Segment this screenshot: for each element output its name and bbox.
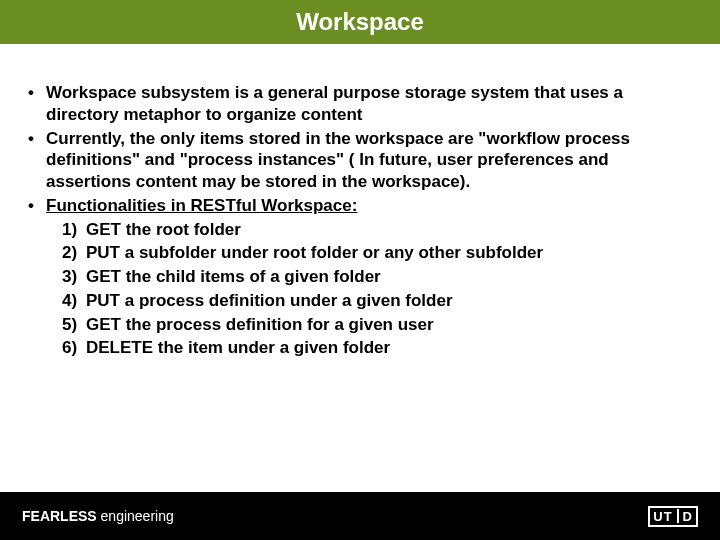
- bullet-text: Currently, the only items stored in the …: [46, 128, 692, 193]
- list-item: 5)GET the process definition for a given…: [62, 314, 692, 336]
- list-item: 2)PUT a subfolder under root folder or a…: [62, 242, 692, 264]
- bullet-item: • Workspace subsystem is a general purpo…: [28, 82, 692, 126]
- item-number: 1): [62, 219, 86, 241]
- bullet-item: • Currently, the only items stored in th…: [28, 128, 692, 193]
- item-text: PUT a subfolder under root folder or any…: [86, 242, 543, 264]
- item-text: DELETE the item under a given folder: [86, 337, 390, 359]
- utd-logo: UT D: [648, 506, 698, 527]
- item-text: GET the root folder: [86, 219, 241, 241]
- bullet-dot: •: [28, 128, 46, 193]
- bullet-text: Workspace subsystem is a general purpose…: [46, 82, 692, 126]
- item-text: PUT a process definition under a given f…: [86, 290, 453, 312]
- list-item: 6)DELETE the item under a given folder: [62, 337, 692, 359]
- logo-right: D: [683, 509, 693, 524]
- item-number: 5): [62, 314, 86, 336]
- item-number: 3): [62, 266, 86, 288]
- brand-text: engineering: [97, 508, 174, 524]
- item-number: 4): [62, 290, 86, 312]
- slide-title: Workspace: [296, 8, 424, 36]
- list-item: 4)PUT a process definition under a given…: [62, 290, 692, 312]
- functionalities-heading: Functionalities in RESTful Workspace:: [46, 195, 692, 217]
- bullet-dot: •: [28, 195, 46, 217]
- numbered-list: 1)GET the root folder 2)PUT a subfolder …: [28, 219, 692, 360]
- item-text: GET the child items of a given folder: [86, 266, 381, 288]
- title-bar: Workspace: [0, 0, 720, 44]
- slide: Workspace • Workspace subsystem is a gen…: [0, 0, 720, 540]
- logo-separator: [677, 509, 679, 523]
- bullet-dot: •: [28, 82, 46, 126]
- footer-brand: FEARLESS engineering: [22, 508, 174, 524]
- brand-bold: FEARLESS: [22, 508, 97, 524]
- logo-left: UT: [653, 509, 672, 524]
- list-item: 1)GET the root folder: [62, 219, 692, 241]
- item-number: 6): [62, 337, 86, 359]
- item-number: 2): [62, 242, 86, 264]
- content-area: • Workspace subsystem is a general purpo…: [0, 44, 720, 359]
- item-text: GET the process definition for a given u…: [86, 314, 434, 336]
- bullet-item: • Functionalities in RESTful Workspace:: [28, 195, 692, 217]
- list-item: 3)GET the child items of a given folder: [62, 266, 692, 288]
- footer-bar: FEARLESS engineering UT D: [0, 492, 720, 540]
